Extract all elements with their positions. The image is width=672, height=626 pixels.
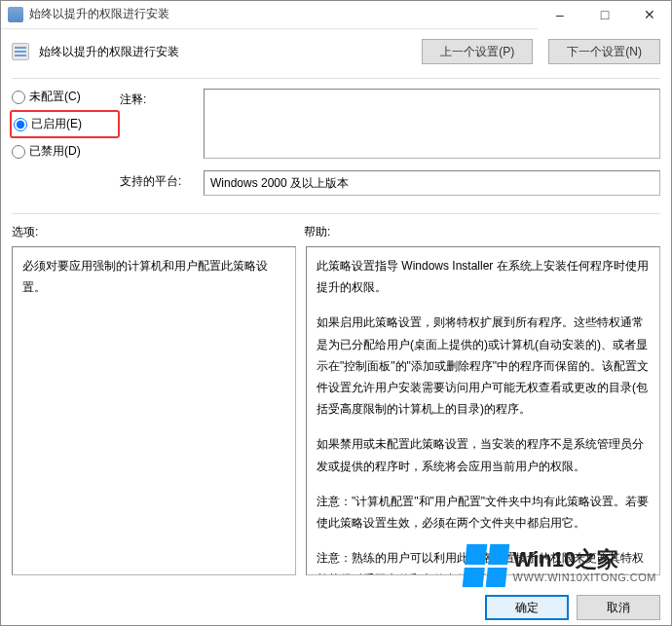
help-paragraph: 此策略设置指导 Windows Installer 在系统上安装任何程序时使用提…: [317, 255, 650, 298]
radio-disabled[interactable]: 已禁用(D): [12, 143, 114, 160]
options-label: 选项:: [12, 224, 304, 240]
radio-label: 已禁用(D): [29, 143, 81, 160]
prev-setting-button[interactable]: 上一个设置(P): [422, 39, 533, 64]
help-paragraph: 如果禁用或未配置此策略设置，当安装的程序不是系统管理员分发或提供的程序时，系统将…: [317, 433, 650, 476]
radio-not-configured-input[interactable]: [12, 91, 25, 104]
options-text: 必须对要应用强制的计算机和用户配置此策略设置。: [22, 259, 268, 294]
ok-button[interactable]: 确定: [485, 595, 569, 620]
maximize-button[interactable]: □: [582, 0, 627, 29]
app-icon: [8, 7, 23, 22]
next-setting-button[interactable]: 下一个设置(N): [548, 39, 660, 64]
help-paragraph: 注意："计算机配置"和"用户配置"文件夹中均有此策略设置。若要使此策略设置生效，…: [317, 491, 650, 534]
help-panel[interactable]: 此策略设置指导 Windows Installer 在系统上安装任何程序时使用提…: [306, 246, 660, 575]
radio-disabled-input[interactable]: [12, 145, 25, 159]
radio-enabled[interactable]: 已启用(E): [10, 110, 120, 138]
close-button[interactable]: ✕: [627, 0, 672, 29]
radio-label: 未配置(C): [29, 89, 81, 105]
policy-icon: [12, 43, 29, 60]
help-paragraph: 注意：熟练的用户可以利用此策略设置授予的权限来更改其特权并获得对受限文件和文件夹…: [317, 547, 650, 575]
platform-label: 支持的平台:: [120, 170, 198, 196]
policy-state-group: 未配置(C) 已启用(E) 已禁用(D): [12, 89, 114, 196]
window-title: 始终以提升的权限进行安装: [29, 6, 538, 22]
radio-not-configured[interactable]: 未配置(C): [12, 89, 114, 105]
options-panel: 必须对要应用强制的计算机和用户配置此策略设置。: [12, 246, 296, 575]
help-paragraph: 如果启用此策略设置，则将特权扩展到所有程序。这些特权通常是为已分配给用户(桌面上…: [317, 312, 650, 420]
platform-value: Windows 2000 及以上版本: [204, 170, 660, 196]
header: 始终以提升的权限进行安装 上一个设置(P) 下一个设置(N): [0, 29, 672, 74]
help-label: 帮助:: [304, 224, 330, 240]
minimize-button[interactable]: –: [538, 0, 582, 29]
radio-enabled-input[interactable]: [14, 118, 27, 131]
divider: [12, 213, 660, 214]
comment-label: 注释:: [120, 89, 198, 159]
comment-input[interactable]: [204, 89, 660, 159]
cancel-button[interactable]: 取消: [577, 595, 660, 620]
divider: [12, 78, 660, 79]
titlebar: 始终以提升的权限进行安装 – □ ✕: [0, 0, 672, 29]
radio-label: 已启用(E): [31, 116, 82, 132]
policy-title: 始终以提升的权限进行安装: [39, 44, 412, 60]
